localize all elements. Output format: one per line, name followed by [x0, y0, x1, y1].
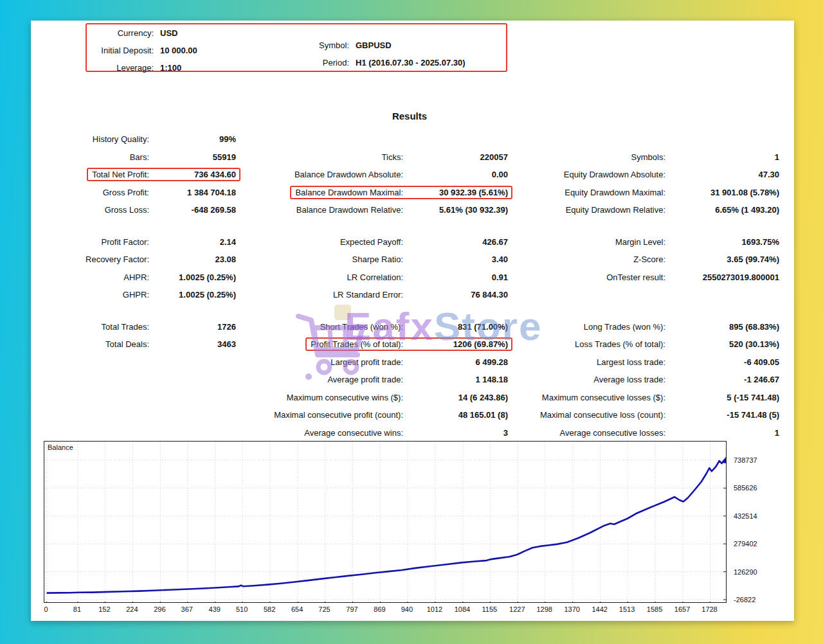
- stat-value: 1.0025 (0.25%): [156, 273, 236, 282]
- stat-label: Maximum consecutive losses ($):: [514, 393, 665, 402]
- stat-pair: Average profit trade:1 148.18: [242, 375, 508, 384]
- x-axis-label: 439: [209, 605, 221, 613]
- chart-plot: Balance -2682212629027940243251458562673…: [44, 441, 727, 603]
- stat-pair: Maximum consecutive wins ($):14 (6 243.8…: [242, 393, 508, 402]
- stat-value: 2.14: [156, 237, 236, 247]
- stat-row: Average consecutive wins:3Average consec…: [40, 424, 788, 442]
- stat-label: Gross Loss:: [40, 205, 149, 215]
- stat-label-text: Ticks:: [382, 152, 403, 162]
- stat-pair: GHPR:1.0025 (0.25%): [40, 290, 236, 300]
- stat-pair: Long Trades (won %):895 (68.83%): [514, 322, 779, 332]
- stat-value: 1693.75%: [672, 237, 779, 247]
- stat-value: 736 434.60: [156, 170, 236, 179]
- stat-label: Equity Drawdown Absolute:: [514, 170, 665, 179]
- header-value: 10 000.00: [160, 46, 197, 55]
- x-axis-label: 654: [291, 605, 303, 613]
- stat-value: 99%: [156, 134, 236, 144]
- stat-row: History Quality:99%: [40, 130, 788, 148]
- stat-label: Average consecutive losses:: [514, 428, 665, 438]
- stat-pair: OnTester result:2550273019.800001: [514, 273, 779, 282]
- header-value: 1:100: [160, 63, 181, 73]
- stat-pair: Profit Trades (% of total):1206 (69.87%): [242, 339, 508, 349]
- stat-label-text: Average profit trade:: [327, 375, 403, 384]
- stat-value: 3: [410, 428, 508, 438]
- stat-value: 1.0025 (0.25%): [156, 290, 236, 300]
- stat-row: Recovery Factor:23.08Sharpe Ratio:3.40Z-…: [40, 251, 788, 269]
- stat-label-text: Expected Payoff:: [340, 237, 403, 247]
- x-axis-label: 1657: [674, 605, 690, 613]
- x-axis-label: 1728: [701, 605, 717, 613]
- x-axis-label: 152: [98, 605, 110, 613]
- stat-pair: Ticks:220057: [242, 152, 508, 162]
- stat-label: Total Deals:: [40, 339, 149, 349]
- stat-label-text: Maximum consecutive wins ($):: [287, 393, 403, 402]
- stat-label-text: Largest profit trade:: [330, 357, 403, 367]
- stat-label: Total Trades:: [40, 322, 149, 332]
- stat-label-text: Long Trades (won %):: [584, 322, 665, 332]
- header-value: GBPUSD: [356, 40, 392, 50]
- stats-block: Profit Factor:2.14Expected Payoff:426.67…: [40, 233, 788, 304]
- stat-row: Total Trades:1726Short Trades (won %):83…: [40, 318, 788, 336]
- stat-label: Profit Trades (% of total):: [242, 339, 403, 349]
- stat-pair: Symbols:1: [514, 152, 779, 162]
- stat-label-text: OnTester result:: [606, 273, 665, 282]
- stat-value: 48 165.01 (8): [410, 410, 508, 420]
- stat-pair: Expected Payoff:426.67: [242, 237, 508, 247]
- stat-row: Profit Factor:2.14Expected Payoff:426.67…: [40, 233, 788, 251]
- stat-value: 6 499.28: [410, 357, 508, 367]
- header-row: Leverage:1:100: [87, 63, 181, 73]
- stat-pair: Balance Drawdown Maximal:30 932.39 (5.61…: [242, 188, 508, 197]
- header-label: Leverage:: [87, 63, 154, 73]
- stat-value: 30 932.39 (5.61%): [410, 188, 508, 197]
- stat-pair: Sharpe Ratio:3.40: [242, 255, 508, 264]
- stat-label-text: Symbols:: [631, 152, 665, 162]
- stat-label: GHPR:: [40, 290, 149, 300]
- stat-pair: Short Trades (won %):831 (71.00%): [242, 322, 508, 332]
- stat-label: Expected Payoff:: [242, 237, 403, 247]
- stat-pair: Total Deals:3463: [40, 339, 236, 349]
- stat-pair: Total Net Profit:736 434.60: [40, 170, 236, 179]
- stat-label: Z-Score:: [514, 255, 665, 264]
- stat-label-text: GHPR:: [123, 290, 149, 300]
- stat-label: Short Trades (won %):: [242, 322, 403, 332]
- stat-label: Gross Profit:: [40, 188, 149, 197]
- stat-value: 3.65 (99.74%): [672, 255, 779, 264]
- balance-curve: [47, 460, 725, 593]
- stat-value: 895 (68.83%): [672, 322, 779, 332]
- stat-label-text: Total Net Profit:: [92, 170, 149, 179]
- stat-pair: Maximal consecutive profit (count):48 16…: [242, 410, 508, 420]
- header-row: Symbol:GBPUSD: [280, 40, 392, 50]
- stat-value: -1 246.67: [672, 375, 779, 384]
- x-axis-label: 81: [73, 605, 81, 613]
- stat-pair: Margin Level:1693.75%: [514, 237, 779, 247]
- stat-label-text: Balance Drawdown Absolute:: [294, 170, 403, 179]
- stat-pair: Maximum consecutive losses ($):5 (-15 74…: [514, 393, 779, 402]
- header-row: Period:H1 (2016.07.30 - 2025.07.30): [280, 58, 466, 67]
- stat-label-text: Sharpe Ratio:: [352, 255, 404, 264]
- stat-pair: Loss Trades (% of total):520 (30.13%): [514, 339, 779, 349]
- stat-label-text: Loss Trades (% of total):: [575, 339, 665, 349]
- stat-label: Largest profit trade:: [242, 357, 403, 367]
- stat-label-text: Average consecutive losses:: [559, 428, 665, 438]
- stat-label: Maximal consecutive loss (count):: [514, 410, 665, 420]
- header-info-box: Currency:USDInitial Deposit:10 000.00Lev…: [86, 23, 507, 72]
- stat-label: Maximal consecutive profit (count):: [242, 410, 403, 420]
- stat-value: 23.08: [156, 255, 236, 264]
- header-value: USD: [160, 28, 177, 38]
- stat-label-text: Total Trades:: [102, 322, 149, 332]
- stat-value: 1 384 704.18: [156, 188, 236, 197]
- stats-table: History Quality:99%Bars:55919Ticks:22005…: [40, 130, 788, 456]
- stat-value: 31 901.08 (5.78%): [672, 188, 779, 197]
- stat-label-text: Gross Loss:: [105, 205, 149, 215]
- stat-row: Largest profit trade:6 499.28Largest los…: [40, 353, 788, 371]
- stat-label: Profit Factor:: [40, 237, 149, 247]
- stat-pair: Recovery Factor:23.08: [40, 255, 236, 264]
- stat-value: 2550273019.800001: [672, 273, 779, 282]
- stat-label: Balance Drawdown Relative:: [242, 205, 403, 215]
- stat-pair: Total Trades:1726: [40, 322, 236, 332]
- header-label: Initial Deposit:: [87, 46, 154, 55]
- stat-label-text: Bars:: [130, 152, 149, 162]
- balance-chart: Balance -2682212629027940243251458562673…: [44, 441, 727, 616]
- stat-label: Balance Drawdown Absolute:: [242, 170, 403, 179]
- stat-pair: Bars:55919: [40, 152, 236, 162]
